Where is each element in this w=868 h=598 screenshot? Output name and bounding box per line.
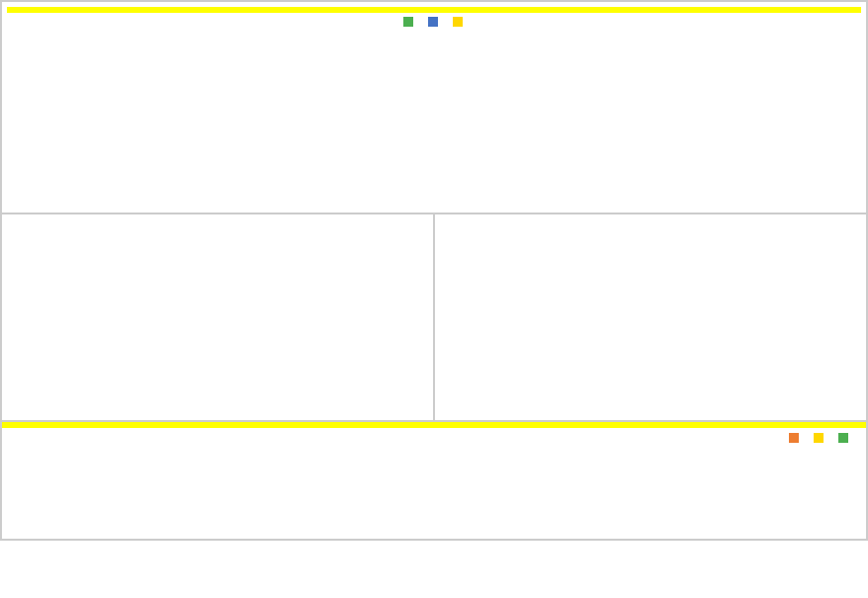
pie-chart xyxy=(7,225,175,393)
legend-planned-box xyxy=(403,17,413,27)
params-y-axis xyxy=(7,445,37,516)
legend-pending-box xyxy=(838,433,848,443)
financials-title xyxy=(7,7,861,13)
section-risk xyxy=(435,214,866,420)
legend-actual-box xyxy=(428,17,438,27)
legend-remaining xyxy=(453,17,466,27)
params-bar-chart xyxy=(7,445,861,534)
legend-change xyxy=(814,433,826,443)
donut-container xyxy=(440,222,861,395)
params-title xyxy=(2,422,866,428)
section-params xyxy=(2,422,866,539)
section-resource xyxy=(2,214,435,420)
legend-pending xyxy=(838,433,851,443)
y-axis xyxy=(7,30,61,188)
params-legend xyxy=(7,433,861,443)
dashboard xyxy=(0,0,868,541)
donut-chart xyxy=(527,217,774,400)
legend-remaining-box xyxy=(453,17,463,27)
legend-issues-box xyxy=(789,433,799,443)
legend-actual xyxy=(428,17,441,27)
legend-change-box xyxy=(814,433,824,443)
section-financials xyxy=(2,2,866,214)
legend-issues xyxy=(789,433,802,443)
pie-container xyxy=(7,222,428,395)
bar-chart-wrapper xyxy=(7,30,861,208)
legend-planned xyxy=(403,17,416,27)
section-middle xyxy=(2,214,866,422)
chart-legend xyxy=(7,17,861,27)
bar-chart xyxy=(7,30,861,208)
